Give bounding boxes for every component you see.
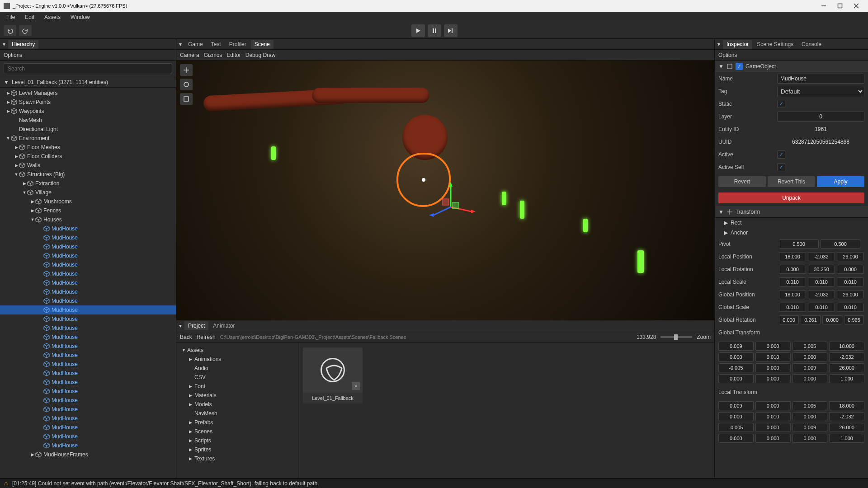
filter-icon[interactable]: ▾: [179, 41, 182, 47]
hierarchy-search-input[interactable]: [4, 63, 172, 74]
hierarchy-item[interactable]: ▶SpawnPoints: [0, 98, 176, 107]
project-folder[interactable]: ▶Font: [176, 382, 298, 391]
transform-header[interactable]: ▼ Transform: [715, 206, 868, 218]
project-folder[interactable]: ▶Animations: [176, 355, 298, 364]
tab-project[interactable]: Project: [184, 321, 208, 330]
tab-inspector[interactable]: Inspector: [723, 40, 752, 49]
lpos-y[interactable]: -2.032: [808, 252, 835, 261]
hierarchy-item[interactable]: MudHouse: [0, 251, 176, 260]
hierarchy-item[interactable]: Directional Light: [0, 125, 176, 134]
hierarchy-item[interactable]: MudHouse: [0, 369, 176, 378]
filter-icon[interactable]: ▾: [717, 41, 720, 47]
hierarchy-options[interactable]: Options: [4, 52, 22, 58]
minimize-button[interactable]: [816, 0, 832, 12]
tag-dropdown[interactable]: Default: [777, 86, 864, 97]
zoom-slider[interactable]: [660, 336, 692, 338]
hierarchy-item[interactable]: ▶Extraction: [0, 179, 176, 188]
hierarchy-item[interactable]: MudHouse: [0, 414, 176, 423]
lscl-x[interactable]: 0.010: [779, 277, 806, 286]
menu-edit[interactable]: Edit: [20, 13, 39, 22]
hierarchy-item[interactable]: ▼Village: [0, 188, 176, 197]
hierarchy-item[interactable]: ▶Level Managers: [0, 89, 176, 98]
tab-console[interactable]: Console: [798, 40, 825, 49]
anchor-foldout[interactable]: ▶Anchor: [715, 228, 868, 238]
hierarchy-item[interactable]: MudHouse: [0, 287, 176, 296]
close-button[interactable]: [848, 0, 864, 12]
tab-scene-settings[interactable]: Scene Settings: [753, 40, 797, 49]
menu-file[interactable]: File: [2, 13, 19, 22]
hierarchy-item[interactable]: ▶Mushrooms: [0, 197, 176, 206]
hierarchy-item[interactable]: MudHouse: [0, 342, 176, 351]
hierarchy-item[interactable]: MudHouse: [0, 305, 176, 314]
asset-open-button[interactable]: >: [352, 382, 360, 390]
hierarchy-item[interactable]: MudHouse: [0, 233, 176, 242]
hierarchy-item[interactable]: MudHouse: [0, 441, 176, 450]
hierarchy-item[interactable]: MudHouse: [0, 296, 176, 305]
project-folder[interactable]: ▶Scripts: [176, 436, 298, 445]
hierarchy-item[interactable]: MudHouse: [0, 423, 176, 432]
lpos-z[interactable]: 26.000: [837, 252, 864, 261]
hierarchy-item[interactable]: MudHouse: [0, 278, 176, 287]
revert-button[interactable]: Revert: [718, 176, 766, 187]
lscl-z[interactable]: 0.010: [837, 277, 864, 286]
hierarchy-item[interactable]: ▼Houses: [0, 215, 176, 224]
lrot-z[interactable]: 0.000: [837, 265, 864, 274]
project-back-button[interactable]: Back: [180, 334, 192, 340]
pivot-y[interactable]: 0.500: [821, 239, 860, 249]
apply-button[interactable]: Apply: [817, 176, 864, 187]
hierarchy-item[interactable]: MudHouse: [0, 224, 176, 233]
hierarchy-item[interactable]: ▼Environment: [0, 134, 176, 143]
filter-icon[interactable]: ▾: [3, 41, 5, 47]
active-checkbox[interactable]: [777, 150, 785, 159]
undo-button[interactable]: [4, 25, 16, 36]
lrot-y[interactable]: 30.250: [808, 265, 835, 274]
viewport-editor[interactable]: Editor: [226, 52, 241, 58]
tab-game[interactable]: Game: [184, 40, 207, 49]
hierarchy-item[interactable]: MudHouse: [0, 396, 176, 405]
viewport-debug-draw[interactable]: Debug Draw: [245, 52, 276, 58]
inspector-options[interactable]: Options: [718, 52, 737, 58]
play-button[interactable]: [411, 24, 425, 37]
project-folder[interactable]: NavMesh: [176, 409, 298, 418]
project-folder[interactable]: ▶Sprites: [176, 445, 298, 454]
hierarchy-item[interactable]: ▶MudHouseFrames: [0, 450, 176, 459]
hierarchy-item[interactable]: MudHouse: [0, 260, 176, 269]
menu-assets[interactable]: Assets: [40, 13, 65, 22]
hierarchy-item[interactable]: NavMesh: [0, 116, 176, 125]
hierarchy-item[interactable]: MudHouse: [0, 314, 176, 324]
viewport-camera[interactable]: Camera: [180, 52, 199, 58]
asset-tile-scene[interactable]: > Level_01_Fallback: [303, 347, 363, 404]
tab-test[interactable]: Test: [208, 40, 225, 49]
active-self-checkbox[interactable]: [777, 163, 785, 171]
rotate-tool-button[interactable]: [180, 79, 193, 90]
project-folder[interactable]: ▶Models: [176, 400, 298, 409]
scale-tool-button[interactable]: [180, 93, 193, 105]
hierarchy-item[interactable]: MudHouse: [0, 242, 176, 251]
hierarchy-item[interactable]: MudHouse: [0, 351, 176, 360]
hierarchy-item[interactable]: ▶Waypoints: [0, 107, 176, 116]
lscl-y[interactable]: 0.010: [808, 277, 835, 286]
hierarchy-item[interactable]: ▶Floor Meshes: [0, 143, 176, 152]
menu-window[interactable]: Window: [66, 13, 94, 22]
layer-field[interactable]: [777, 112, 864, 122]
static-checkbox[interactable]: [777, 100, 785, 108]
lpos-x[interactable]: 18.000: [779, 252, 806, 261]
tab-hierarchy[interactable]: Hierarchy: [8, 40, 38, 49]
hierarchy-item[interactable]: ▼Structures (Big): [0, 170, 176, 179]
lrot-x[interactable]: 0.000: [779, 265, 806, 274]
gameobject-header[interactable]: ▼ ✓ GameObject: [715, 61, 868, 72]
tab-profiler[interactable]: Profiler: [226, 40, 250, 49]
unpack-button[interactable]: Unpack: [718, 192, 864, 203]
scene-viewport[interactable]: [176, 61, 714, 320]
hierarchy-item[interactable]: MudHouse: [0, 432, 176, 441]
project-folder[interactable]: ▶Prefabs: [176, 418, 298, 427]
project-folder[interactable]: ▶Textures: [176, 454, 298, 463]
move-tool-button[interactable]: [180, 64, 193, 76]
hierarchy-item[interactable]: MudHouse: [0, 405, 176, 414]
hierarchy-item[interactable]: MudHouse: [0, 387, 176, 396]
hierarchy-item[interactable]: ▶Fences: [0, 206, 176, 215]
project-folder[interactable]: ▶Scenes: [176, 427, 298, 436]
maximize-button[interactable]: [832, 0, 848, 12]
hierarchy-item[interactable]: MudHouse: [0, 269, 176, 278]
project-refresh-button[interactable]: Refresh: [197, 334, 216, 340]
